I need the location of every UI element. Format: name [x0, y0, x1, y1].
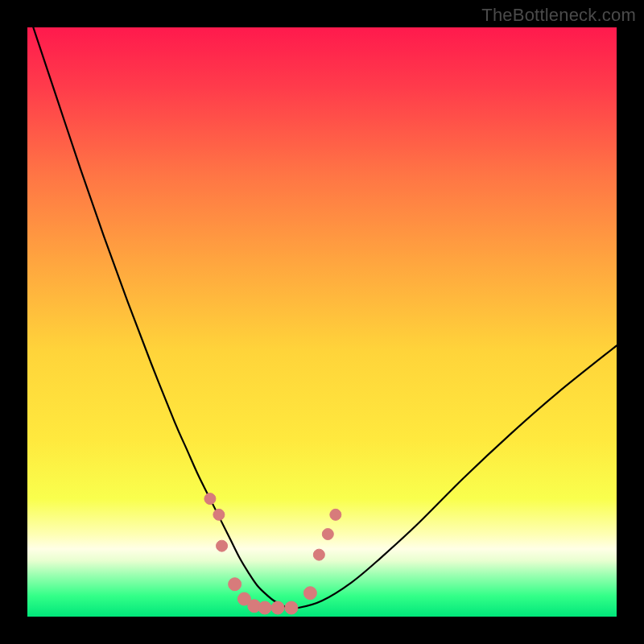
marker-dot: [229, 578, 242, 591]
marker-dot: [204, 493, 216, 505]
marker-dot: [217, 540, 228, 551]
marker-dot: [330, 509, 341, 520]
marker-dot: [258, 601, 271, 614]
marker-dot: [322, 529, 333, 540]
highlight-markers: [27, 27, 617, 617]
marker-dot: [313, 549, 324, 560]
watermark-text: TheBottleneck.com: [481, 5, 636, 26]
marker-dot: [285, 601, 298, 614]
outer-black-frame: TheBottleneck.com: [0, 0, 644, 644]
plot-area: [27, 27, 617, 617]
marker-dot: [213, 509, 225, 520]
marker-dot: [271, 601, 284, 614]
marker-dot: [303, 587, 316, 600]
